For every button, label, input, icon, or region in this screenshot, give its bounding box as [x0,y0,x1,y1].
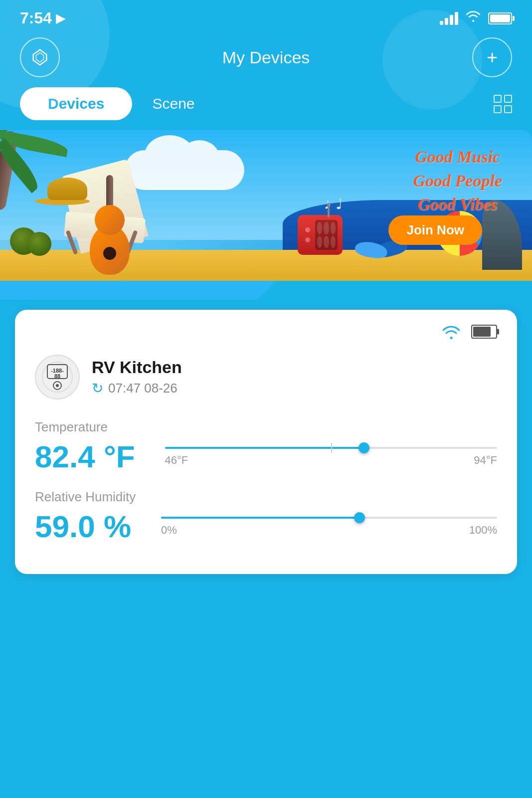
humidity-slider-track [161,517,497,519]
banner-bottom-stripe [0,281,532,300]
battery-icon [488,12,512,24]
tab-scene[interactable]: Scene [152,95,194,112]
humidity-metric: Relative Humidity 59.0 % 0% 100% [35,489,497,544]
join-now-button[interactable]: Join Now [388,215,482,245]
temp-max-label: 94°F [474,454,497,467]
temperature-slider-thumb[interactable] [358,442,369,453]
temperature-slider[interactable]: 46°F 94°F [165,447,497,467]
temperature-slider-track [165,447,497,449]
temp-min-label: 46°F [165,454,188,467]
humidity-label: Relative Humidity [35,489,497,505]
humidity-value-row: 59.0 % 0% 100% [35,509,497,544]
radio-dot-1 [305,227,310,232]
temperature-slider-labels: 46°F 94°F [165,454,497,467]
hat-crown [47,178,87,200]
device-card: -188- 88 RV Kitchen ↻ 07:47 08-26 Temper… [15,310,517,574]
device-wifi-icon [441,325,461,345]
banner-line-2: Good People [413,169,502,193]
humidity-value: 59.0 % [35,509,131,544]
guitar-decoration [85,165,135,275]
temperature-slider-fill [165,447,364,449]
device-details: RV Kitchen ↻ 07:47 08-26 [92,358,182,397]
device-last-updated: ↻ 07:47 08-26 [92,380,182,397]
refresh-icon: ↻ [92,380,103,397]
banner-line-3: Good Vibes [413,193,502,216]
promotional-banner: ♪ ♩ Good Music Good People Good Vibes Jo… [0,130,532,300]
grid-cell-4 [504,105,512,113]
music-notes-decoration: ♪ ♩ [324,195,343,212]
coconut-2 [27,232,51,256]
grid-view-button[interactable] [494,95,512,113]
radio-dot-2 [305,237,310,242]
device-name: RV Kitchen [92,358,182,377]
radio-speaker [315,220,338,250]
radio-decoration [298,215,343,255]
guitar-body [90,225,130,275]
banner-text: Good Music Good People Good Vibes [413,145,502,216]
temperature-tick-mid [331,443,332,453]
device-battery-icon [471,325,497,339]
svg-point-7 [56,384,59,387]
grid-cell-1 [494,95,502,103]
humidity-slider-thumb[interactable] [354,512,365,523]
temperature-value: 82.4 °F [35,439,135,474]
header-title: My Devices [222,48,310,67]
card-top-icons [35,325,497,345]
grid-cell-2 [504,95,512,103]
humidity-slider-fill [161,517,359,519]
device-timestamp: 07:47 08-26 [108,381,177,396]
temperature-label: Temperature [35,419,497,435]
grid-cell-3 [494,105,502,113]
hat-decoration [40,178,85,205]
temperature-value-row: 82.4 °F 46°F 94°F [35,439,497,474]
device-icon: -188- 88 [35,355,80,399]
bg-circle-2 [382,10,482,110]
temperature-metric: Temperature 82.4 °F 46°F 94°F [35,419,497,474]
battery-fill [490,14,510,22]
wifi-icon [465,10,481,26]
humidity-min-label: 0% [161,524,177,537]
svg-text:88: 88 [54,373,60,379]
humidity-max-label: 100% [469,524,497,537]
battery-card-fill [473,327,491,337]
humidity-slider-labels: 0% 100% [161,524,497,537]
guitar-soundhole [103,247,116,260]
banner-line-1: Good Music [413,145,502,169]
thermometer-icon: -188- 88 [40,360,75,395]
device-info-row: -188- 88 RV Kitchen ↻ 07:47 08-26 [35,355,497,399]
humidity-slider[interactable]: 0% 100% [161,517,497,537]
